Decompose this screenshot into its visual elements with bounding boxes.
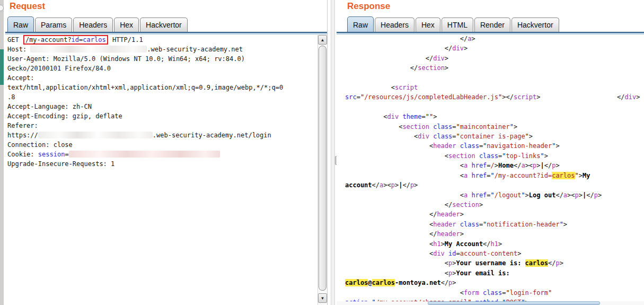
scrollbar-thumb[interactable] [428,301,600,305]
window-edge-accent [0,49,4,85]
request-line-14: Upgrade-Insecure-Requests: 1 [7,159,320,169]
request-vertical-scrollbar[interactable]: ▲ ▼ [317,35,327,305]
request-panel: Request RawParamsHeadersHexHackvertor GE… [5,0,328,305]
request-line-9: Accept-Encoding: gzip, deflate [7,111,320,121]
request-panel-title: Request [10,1,45,12]
response-line-11: <div class="container is-page"> [345,132,644,141]
response-line-6: <script [345,83,644,92]
response-panel: Response RawHeadersHexHTMLRenderHackvert… [337,0,644,305]
annotation-box: /my-account?id=carlos [23,35,108,45]
scroll-down-button[interactable]: ▼ [318,293,327,303]
response-line-26: carlos@carlos-montoya.net</p> [345,278,644,287]
response-line-17: <a href="/logout">Log out</a><p>|</p> [345,190,644,200]
response-line-21: </header> [345,229,644,239]
response-line-8 [345,102,644,112]
request-tab-hex[interactable]: Hex [114,18,139,32]
panel-divider [328,0,337,305]
response-line-16: account</a><p>|</p> [345,180,644,190]
search-highlight: carlos [345,279,368,286]
window-edge-strip [0,0,4,305]
request-line-3: User-Agent: Mozilla/5.0 (Windows NT 10.0… [7,54,320,64]
request-editor[interactable]: GET /my-account?id=carlos HTTP/1.1Host: … [7,35,320,169]
response-line-25: <p>Your email is: [345,268,644,278]
response-tab-render[interactable]: Render [474,18,510,32]
request-tab-hackvertor[interactable]: Hackvertor [140,18,188,32]
request-tabs: RawParamsHeadersHexHackvertor [7,16,189,32]
request-line-4: Gecko/20100101 Firefox/84.0 [7,64,320,73]
request-tab-headers[interactable]: Headers [73,18,113,32]
response-tab-headers[interactable]: Headers [375,18,414,32]
response-line-10: <section class="maincontainer"> [345,122,644,132]
redacted-text [69,151,220,158]
response-line-1: </a> [345,34,644,43]
request-line-8: Accept-Language: zh-CN [7,102,320,111]
request-line-2: Host: .web-security-academy.net [7,45,320,54]
response-line-12: <header class="navigation-header"> [345,141,644,151]
response-line-7: src="/resources/js/completedLabHeader.js… [345,92,644,102]
response-line-4: </section> [345,63,644,73]
request-line-10: Referer: [7,121,320,130]
response-panel-title: Response [347,1,390,12]
response-editor[interactable]: </a> </div> </div> </section> <scriptsrc… [345,34,644,305]
response-line-5 [345,73,644,83]
request-line-11: https://.web-security-academy.net/login [7,130,320,140]
response-tabs: RawHeadersHexHTMLRenderHackvertor [347,16,560,32]
search-highlight: carlos [372,279,395,286]
response-horizontal-scrollbar[interactable] [337,301,644,305]
panel-divider-bar[interactable] [331,0,335,305]
response-line-23: <div id=account-content> [345,249,644,258]
response-line-15: <a href="/my-account?id=carlos">My [345,171,644,180]
request-tabline [5,32,327,34]
request-tab-raw[interactable]: Raw [7,16,34,32]
response-line-18: </section> [345,200,644,210]
response-line-3: </div> [345,54,644,63]
response-line-19: </header> [345,210,644,219]
response-line-14: <a href=/>Home</a><p>|</p> [345,161,644,170]
response-tabline [337,32,644,34]
request-line-13: Cookie: session= [7,150,320,159]
request-line-5: Accept: [7,73,320,83]
scroll-up-button[interactable]: ▲ [318,35,327,45]
response-line-13: <section class="top-links"> [345,151,644,161]
search-highlight: carlos [525,259,548,267]
response-line-22: <h1>My Account</h1> [345,239,644,249]
response-line-9: <div theme=""> [345,112,644,121]
response-tab-hackvertor[interactable]: Hackvertor [511,18,559,32]
search-highlight: carlos [552,172,575,179]
response-line-20: <header class="notification-header"> [345,220,644,229]
redacted-text [38,132,153,138]
request-line-6: text/html,application/xhtml+xml,applicat… [7,83,320,92]
scrollbar-thumb[interactable] [319,46,327,291]
request-line-7: .8 [7,92,320,102]
response-tab-hex[interactable]: Hex [416,18,440,32]
request-line-12: Connection: close [7,140,320,150]
request-tab-params[interactable]: Params [35,18,72,32]
window-edge-notch [0,5,4,11]
response-tab-html[interactable]: HTML [442,18,473,32]
response-line-27: <form class="login-form" [345,288,644,298]
request-line-1: GET /my-account?id=carlos HTTP/1.1 [7,35,320,45]
response-line-24: <p>Your username is: carlos</p> [345,258,644,268]
response-line-2: </div> [345,43,644,53]
redacted-text [30,46,147,53]
response-tab-raw[interactable]: Raw [347,16,374,32]
